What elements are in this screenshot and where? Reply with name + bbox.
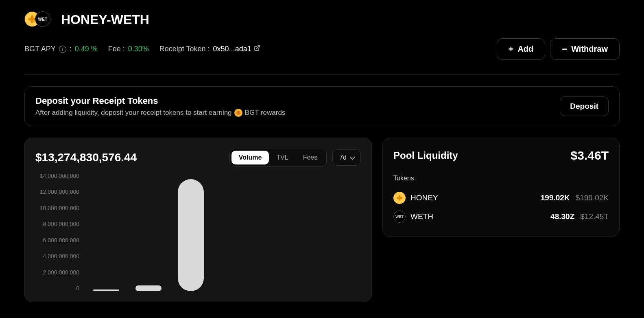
bgt-apy-value: 0.49 % — [75, 45, 98, 53]
chart-bar — [178, 179, 204, 291]
action-buttons: + Add − Withdraw — [497, 38, 620, 60]
chart-bar — [93, 289, 119, 291]
pool-meta: BGT APY i : 0.49 % Fee : 0.30% Receipt T… — [24, 45, 260, 53]
plus-icon: + — [509, 45, 514, 54]
chart-header: $13,274,830,576.44 Volume TVL Fees 7d — [35, 149, 361, 167]
range-value: 7d — [339, 154, 347, 161]
tab-fees[interactable]: Fees — [296, 151, 325, 164]
chart-bar — [135, 285, 162, 292]
chart-tabs: Volume TVL Fees — [229, 149, 327, 167]
info-icon[interactable]: i — [59, 46, 66, 53]
tab-tvl[interactable]: TVL — [269, 151, 295, 164]
bgt-apy-item: BGT APY i : 0.49 % — [24, 45, 98, 53]
token-usd: $199.02K — [576, 193, 609, 202]
chart-value: $13,274,830,576.44 — [35, 151, 137, 164]
token-rows: HONEY199.02K$199.02KWETWETH48.30Z$12.45T — [393, 189, 609, 226]
minus-icon: − — [562, 45, 567, 54]
token-usd: $12.45T — [580, 212, 609, 221]
fee-label: Fee : — [108, 45, 125, 53]
receipt-token-link[interactable]: 0x50...ada1 — [213, 45, 260, 53]
svg-line-5 — [256, 46, 259, 48]
withdraw-button[interactable]: − Withdraw — [550, 38, 620, 60]
header-meta-row: BGT APY i : 0.49 % Fee : 0.30% Receipt T… — [24, 38, 620, 60]
svg-point-11 — [399, 197, 401, 199]
tab-volume[interactable]: Volume — [231, 151, 269, 164]
token-row: HONEY199.02K$199.02K — [393, 189, 609, 207]
honey-icon — [393, 192, 406, 204]
add-button[interactable]: + Add — [497, 38, 546, 60]
receipt-token-item: Receipt Token : 0x50...ada1 — [159, 45, 260, 53]
add-button-label: Add — [517, 44, 533, 54]
svg-point-4 — [31, 18, 34, 21]
receipt-label: Receipt Token : — [159, 45, 210, 53]
chart-body: 14,000,000,000 12,000,000,000 10,000,000… — [35, 173, 361, 291]
bgt-icon — [234, 109, 242, 117]
token-amount: 199.02K — [541, 193, 570, 202]
deposit-banner-title: Deposit your Receipt Tokens — [35, 96, 285, 106]
withdraw-button-label: Withdraw — [571, 44, 608, 54]
range-select[interactable]: 7d — [332, 149, 361, 166]
fee-value: 0.30% — [128, 45, 149, 53]
deposit-button[interactable]: Deposit — [560, 96, 609, 116]
liquidity-title: Pool Liquidity — [393, 150, 458, 161]
chart-card: $13,274,830,576.44 Volume TVL Fees 7d 14… — [24, 138, 372, 302]
bgt-apy-label: BGT APY — [24, 45, 56, 53]
chevron-down-icon — [349, 154, 355, 160]
liquidity-card: Pool Liquidity $3.46T Tokens HONEY199.02… — [382, 138, 620, 237]
divider — [24, 75, 620, 75]
token-row: WETWETH48.30Z$12.45T — [393, 207, 609, 226]
receipt-hash: 0x50...ada1 — [213, 45, 251, 53]
token-symbol: HONEY — [410, 193, 438, 202]
chart-plot-area — [83, 173, 361, 291]
chart-controls: Volume TVL Fees 7d — [229, 149, 361, 167]
token-amount: 48.30Z — [550, 212, 574, 221]
chart-y-axis: 14,000,000,000 12,000,000,000 10,000,000… — [35, 173, 83, 291]
deposit-banner-subtitle: After adding liquidity, deposit your rec… — [35, 109, 285, 117]
fee-item: Fee : 0.30% — [108, 45, 149, 53]
deposit-banner: Deposit your Receipt Tokens After adding… — [24, 86, 620, 126]
pool-title: HONEY-WETH — [61, 12, 149, 27]
token-pair-icons: WET — [24, 11, 54, 28]
tokens-label: Tokens — [393, 175, 609, 182]
liquidity-total: $3.46T — [571, 149, 609, 162]
header: WET HONEY-WETH — [24, 11, 620, 28]
svg-point-6 — [236, 111, 240, 115]
deposit-banner-text: Deposit your Receipt Tokens After adding… — [35, 96, 285, 117]
weth-icon: WET — [393, 211, 406, 223]
content-columns: $13,274,830,576.44 Volume TVL Fees 7d 14… — [24, 138, 620, 302]
liquidity-header: Pool Liquidity $3.46T — [393, 149, 609, 162]
token-symbol: WETH — [410, 212, 433, 221]
external-link-icon — [254, 45, 260, 53]
weth-icon: WET — [35, 11, 50, 27]
